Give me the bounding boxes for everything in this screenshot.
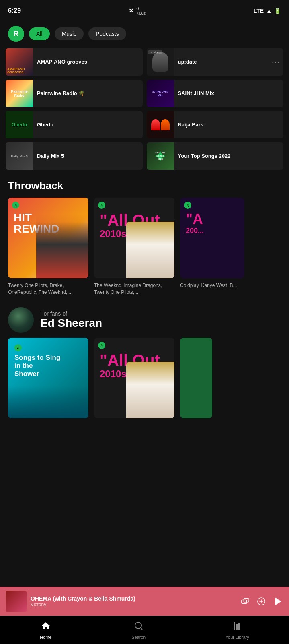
playlist-item-daily[interactable]: Daily Mix 5 Daily Mix 5 [6, 142, 143, 170]
nav-library-label: Your Library [225, 635, 249, 640]
fan-text-block: For fans of Ed Sheeran [40, 310, 102, 330]
throwback-section: Throwback ♫ HITREWIND Twenty One Pilots,… [0, 174, 289, 300]
signal-status: LTE ▲ 🔋 [254, 8, 281, 14]
fan-section: For fans of Ed Sheeran [0, 300, 289, 338]
card-hit-rewind[interactable]: ♫ HITREWIND Twenty One Pilots, Drake, On… [8, 198, 88, 296]
user-avatar[interactable]: R [8, 26, 24, 42]
signal-icon: ▲ [266, 8, 272, 14]
throwback-cards: ♫ HITREWIND Twenty One Pilots, Drake, On… [0, 198, 289, 300]
svg-marker-5 [275, 597, 281, 605]
playlist-thumb-naija [147, 111, 174, 138]
svg-line-7 [140, 627, 142, 629]
x-logo: ✕ [129, 7, 134, 14]
songs-shower-text: Songs to Singin theShower [14, 354, 60, 378]
time-display: 6:29 [8, 7, 21, 14]
lte-label: LTE [254, 8, 264, 14]
all-out-2000s-title: "A 200... [186, 212, 204, 235]
fan-text-for: For fans of [40, 310, 102, 317]
bottom-nav: Home Search Your Library [0, 616, 289, 644]
playlist-thumb-gbedu: Gbedu [6, 111, 33, 138]
connect-devices-button[interactable] [241, 597, 250, 606]
throwback-title: Throwback [0, 174, 289, 198]
np-info: OHEMA (with Crayon & Bella Shmurda) Vict… [31, 595, 237, 607]
card-image-all-out-2000s: ♫ "A 200... [180, 198, 244, 278]
spotify-logo-hit-rewind: ♫ [12, 202, 19, 211]
nav-search[interactable]: Search [123, 619, 154, 642]
nav-library[interactable]: Your Library [217, 619, 257, 642]
more-options-update[interactable]: ··· [272, 58, 280, 66]
card-desc-all-out-2010s: The Weeknd, Imagine Dragons, Twenty One … [94, 282, 174, 296]
card-image-fan-third [180, 338, 212, 418]
search-icon [134, 621, 143, 633]
home-icon [41, 621, 51, 633]
network-status: ✕ 0KB/s [129, 6, 146, 16]
card-desc-2000s: Coldplay, Kanye West, B... [180, 282, 244, 289]
now-playing-bar[interactable]: OHEMA (with Crayon & Bella Shmurda) Vict… [0, 587, 289, 616]
filter-music[interactable]: Music [55, 27, 84, 40]
card-desc-hit-rewind: Twenty One Pilots, Drake, OneRepublic, T… [8, 282, 88, 296]
filter-podcasts[interactable]: Podcasts [88, 27, 126, 40]
card-image-all-out-2010s: ♫ "All Out 2010s [94, 198, 174, 278]
card-image-fan-all-out-2010s: ♫ "All Out 2010s [94, 338, 174, 418]
playlist-thumb-update: up:date [147, 48, 174, 76]
person-silhouette-rewind [36, 214, 88, 278]
playlist-thumb-palmwine: PalmwineRadio [6, 80, 33, 107]
np-thumbnail [6, 591, 27, 612]
playlist-thumb-daily: Daily Mix 5 [6, 142, 33, 170]
np-artist: Victony [31, 602, 237, 607]
playlist-item-palmwine[interactable]: PalmwineRadio Palmwine Radio 🌴 [6, 80, 143, 107]
svg-point-6 [135, 622, 141, 629]
card-fan-third[interactable] [180, 338, 212, 422]
person-all-out [126, 222, 174, 278]
fan-artist-name: Ed Sheeran [40, 317, 102, 330]
playlist-name-daily: Daily Mix 5 [33, 153, 143, 160]
spotify-logo-all-out: ♫ [98, 202, 105, 211]
svg-rect-10 [238, 623, 240, 630]
playlist-thumb-saint: SAINt JHNMix [147, 80, 174, 107]
person-fan-all-out [126, 362, 174, 418]
playlist-item-update[interactable]: up:date up:date ··· [147, 48, 284, 76]
battery-icon: 🔋 [274, 8, 281, 14]
playlist-item-amapiano[interactable]: AMAPIANOgrooves AMAPIANO grooves [6, 48, 143, 76]
playlist-name-saint: SAINt JHN Mix [174, 90, 284, 97]
play-button[interactable] [273, 596, 283, 607]
update-badge: up:date [148, 50, 162, 54]
np-track-title: OHEMA (with Crayon & Bella Shmurda) [31, 595, 237, 602]
card-songs-shower[interactable]: ♫ Songs to Singin theShower [8, 338, 88, 422]
filter-all[interactable]: All [29, 27, 50, 40]
kb-rate: 0KB/s [136, 6, 146, 16]
playlist-grid: AMAPIANOgrooves AMAPIANO grooves up:date… [0, 48, 289, 174]
playlist-item-saint[interactable]: SAINt JHNMix SAINt JHN Mix [147, 80, 284, 107]
playlist-name-gbedu: Gbedu [33, 122, 143, 128]
card-image-songs-shower: ♫ Songs to Singin theShower [8, 338, 88, 418]
card-all-out-2010s[interactable]: ♫ "All Out 2010s The Weeknd, Imagine Dra… [94, 198, 174, 296]
spotify-logo-shower: ♫ [14, 344, 22, 351]
playlist-name-top2022: Your Top Songs 2022 [174, 153, 284, 160]
playlist-thumb-top2022: ✦ Your TopSongs2022 [147, 142, 174, 170]
spotify-logo-fan-all-out: ♫ [98, 342, 105, 351]
add-to-playlist-button[interactable] [257, 597, 266, 606]
card-fan-all-out-2010s[interactable]: ♫ "All Out 2010s [94, 338, 174, 422]
playlist-item-naija[interactable]: Naija Bars [147, 111, 284, 138]
playlist-thumb-amapiano: AMAPIANOgrooves [6, 48, 33, 76]
playlist-item-top2022[interactable]: ✦ Your TopSongs2022 Your Top Songs 2022 [147, 142, 284, 170]
card-image-hit-rewind: ♫ HITREWIND [8, 198, 88, 278]
card-all-out-2000s[interactable]: ♫ "A 200... Coldplay, Kanye West, B... [180, 198, 244, 296]
np-controls [241, 596, 283, 607]
filter-row: R All Music Podcasts [0, 20, 289, 48]
library-icon [232, 621, 242, 633]
playlist-name-amapiano: AMAPIANO grooves [33, 59, 143, 66]
svg-rect-8 [234, 622, 235, 630]
playlist-name-palmwine: Palmwine Radio 🌴 [33, 90, 143, 97]
fan-artist-avatar [8, 307, 34, 333]
svg-rect-9 [236, 624, 238, 630]
fan-cards-scroll: ♫ Songs to Singin theShower ♫ "All Out 2… [0, 338, 289, 428]
playlist-name-naija: Naija Bars [174, 122, 284, 128]
nav-search-label: Search [131, 635, 146, 640]
nav-home-label: Home [40, 635, 51, 640]
spotify-logo-2000s: ♫ [184, 202, 191, 211]
nav-home[interactable]: Home [32, 619, 59, 642]
playlist-name-update: up:date [174, 59, 284, 66]
status-bar: 6:29 ✕ 0KB/s LTE ▲ 🔋 [0, 0, 289, 20]
playlist-item-gbedu[interactable]: Gbedu Gbedu [6, 111, 143, 138]
